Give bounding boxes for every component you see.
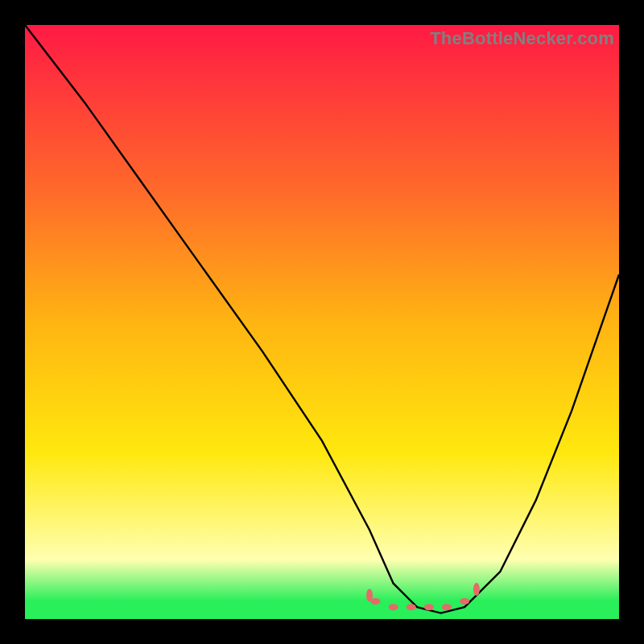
optimum-dot-2 <box>407 604 416 610</box>
optimum-right-edge <box>473 583 480 596</box>
optimum-dot-1 <box>389 604 398 610</box>
optimum-dot-3 <box>424 604 434 610</box>
bottleneck-chart <box>25 25 619 619</box>
optimum-dot-4 <box>442 604 452 610</box>
chart-frame: TheBottleNecker.com <box>25 25 619 619</box>
gradient-background <box>25 25 619 619</box>
optimum-right-dot <box>460 598 469 605</box>
optimum-left-dot <box>370 598 380 605</box>
watermark-text: TheBottleNecker.com <box>430 28 614 49</box>
